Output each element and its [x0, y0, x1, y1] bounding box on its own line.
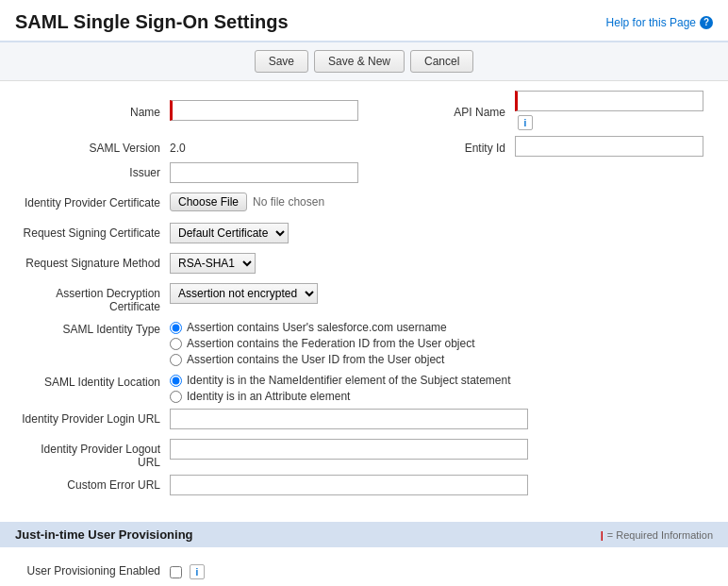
- custom-error-url-input[interactable]: [170, 475, 528, 495]
- saml-identity-location-label: SAML Identity Location: [19, 372, 170, 389]
- user-provisioning-label: User Provisioning Enabled: [19, 561, 170, 578]
- user-provisioning-info-icon[interactable]: i: [190, 564, 205, 579]
- save-button-top[interactable]: Save: [255, 50, 308, 73]
- help-icon: ?: [700, 16, 713, 29]
- idp-cert-field: Choose File No file chosen: [170, 193, 709, 211]
- req-signing-cert-label: Request Signing Certificate: [19, 223, 170, 240]
- jit-section-title: Just-in-time User Provisioning: [15, 527, 193, 542]
- idp-login-url-label: Identity Provider Login URL: [19, 409, 170, 426]
- saml-version-label: SAML Version: [19, 138, 170, 155]
- identity-type-radio-3[interactable]: [170, 354, 182, 366]
- saml-version-col: SAML Version 2.0: [19, 136, 364, 157]
- api-name-label: API Name: [364, 102, 515, 119]
- req-sig-method-row: Request Signature Method RSA-SHA1: [19, 253, 709, 277]
- assertion-decrypt-label: Assertion Decryption Certificate: [19, 283, 170, 313]
- assertion-decrypt-row: Assertion Decryption Certificate Asserti…: [19, 283, 709, 313]
- idp-login-url-field: [170, 409, 709, 429]
- saml-version-value: 2.0: [170, 138, 186, 155]
- saml-identity-type-radio-group: Assertion contains User's salesforce.com…: [170, 319, 474, 366]
- assertion-decrypt-field: Assertion not encrypted: [170, 283, 709, 304]
- top-toolbar: Save Save & New Cancel: [0, 42, 728, 81]
- form-body: Name API Name i SAML Version 2.0 Entity …: [0, 81, 728, 514]
- identity-type-option-1[interactable]: Assertion contains User's salesforce.com…: [170, 321, 474, 334]
- entity-id-input[interactable]: [515, 136, 703, 157]
- required-info-text: = Required Information: [607, 529, 713, 541]
- api-name-field: i: [515, 91, 709, 130]
- req-sig-method-label: Request Signature Method: [19, 253, 170, 270]
- saml-identity-location-radio-group: Identity is in the NameIdentifier elemen…: [170, 372, 511, 403]
- choose-file-button[interactable]: Choose File: [170, 193, 247, 211]
- name-col: Name: [19, 91, 364, 130]
- user-provisioning-field: i: [170, 561, 709, 579]
- name-label: Name: [19, 102, 170, 119]
- user-provisioning-checkbox[interactable]: [170, 566, 182, 578]
- saml-identity-location-row: SAML Identity Location Identity is in th…: [19, 372, 709, 403]
- identity-type-option-2[interactable]: Assertion contains the Federation ID fro…: [170, 337, 474, 350]
- issuer-input[interactable]: [170, 162, 358, 183]
- save-new-button-top[interactable]: Save & New: [314, 50, 405, 73]
- saml-identity-location-field: Identity is in the NameIdentifier elemen…: [170, 372, 709, 403]
- name-field: [170, 100, 364, 121]
- entity-id-col: Entity Id: [364, 136, 709, 157]
- identity-location-option-1[interactable]: Identity is in the NameIdentifier elemen…: [170, 374, 511, 387]
- req-signing-cert-field: Default Certificate: [170, 223, 709, 243]
- assertion-decrypt-select[interactable]: Assertion not encrypted: [170, 283, 318, 304]
- req-signing-cert-row: Request Signing Certificate Default Cert…: [19, 223, 709, 247]
- saml-identity-type-label: SAML Identity Type: [19, 319, 170, 336]
- identity-location-radio-2[interactable]: [170, 391, 182, 403]
- identity-location-label-1: Identity is in the NameIdentifier elemen…: [187, 374, 511, 387]
- identity-location-radio-1[interactable]: [170, 375, 182, 387]
- api-name-col: API Name i: [364, 91, 709, 130]
- required-indicator: |: [601, 529, 604, 541]
- name-api-row: Name API Name i: [19, 91, 709, 130]
- identity-type-label-1: Assertion contains User's salesforce.com…: [187, 321, 447, 334]
- no-file-label: No file chosen: [253, 195, 324, 209]
- identity-type-option-3[interactable]: Assertion contains the User ID from the …: [170, 353, 474, 366]
- req-sig-method-select[interactable]: RSA-SHA1: [170, 253, 256, 274]
- idp-logout-url-row: Identity Provider Logout URL: [19, 439, 709, 469]
- page-header: SAML Single Sign-On Settings Help for th…: [0, 0, 728, 42]
- idp-cert-label: Identity Provider Certificate: [19, 193, 170, 209]
- help-link[interactable]: Help for this Page ?: [606, 16, 713, 29]
- identity-location-label-2: Identity is in an Attribute element: [187, 390, 350, 403]
- entity-id-field: [515, 136, 709, 157]
- idp-logout-url-label: Identity Provider Logout URL: [19, 439, 170, 469]
- saml-identity-type-row: SAML Identity Type Assertion contains Us…: [19, 319, 709, 366]
- idp-logout-url-input[interactable]: [170, 439, 528, 460]
- page-title: SAML Single Sign-On Settings: [15, 11, 289, 33]
- saml-version-row: SAML Version 2.0 Entity Id: [19, 136, 709, 157]
- identity-type-label-2: Assertion contains the Federation ID fro…: [187, 337, 474, 350]
- req-signing-cert-select[interactable]: Default Certificate: [170, 223, 289, 243]
- req-sig-method-field: RSA-SHA1: [170, 253, 709, 274]
- saml-identity-type-field: Assertion contains User's salesforce.com…: [170, 319, 709, 366]
- custom-error-url-row: Custom Error URL: [19, 475, 709, 499]
- required-info: | = Required Information: [601, 529, 713, 541]
- entity-id-label: Entity Id: [364, 138, 515, 155]
- api-name-input[interactable]: [515, 91, 703, 111]
- custom-error-url-label: Custom Error URL: [19, 475, 170, 492]
- jit-section-header: Just-in-time User Provisioning | = Requi…: [0, 522, 728, 547]
- identity-type-label-3: Assertion contains the User ID from the …: [187, 353, 444, 366]
- identity-type-radio-1[interactable]: [170, 322, 182, 334]
- issuer-row: Issuer: [19, 162, 709, 187]
- custom-error-url-field: [170, 475, 709, 495]
- saml-version-value-field: 2.0: [170, 138, 364, 155]
- api-name-info-icon[interactable]: i: [518, 115, 533, 130]
- name-input[interactable]: [170, 100, 358, 121]
- idp-login-url-row: Identity Provider Login URL: [19, 409, 709, 433]
- help-link-text: Help for this Page: [606, 16, 696, 29]
- jit-section-body: User Provisioning Enabled i: [0, 555, 728, 586]
- identity-type-radio-2[interactable]: [170, 338, 182, 350]
- idp-cert-row: Identity Provider Certificate Choose Fil…: [19, 193, 709, 217]
- identity-location-option-2[interactable]: Identity is in an Attribute element: [170, 390, 511, 403]
- idp-logout-url-field: [170, 439, 709, 460]
- issuer-label: Issuer: [19, 162, 170, 179]
- cancel-button-top[interactable]: Cancel: [410, 50, 473, 73]
- user-provisioning-row: User Provisioning Enabled i: [19, 561, 709, 585]
- idp-login-url-input[interactable]: [170, 409, 528, 429]
- issuer-field: [170, 162, 709, 183]
